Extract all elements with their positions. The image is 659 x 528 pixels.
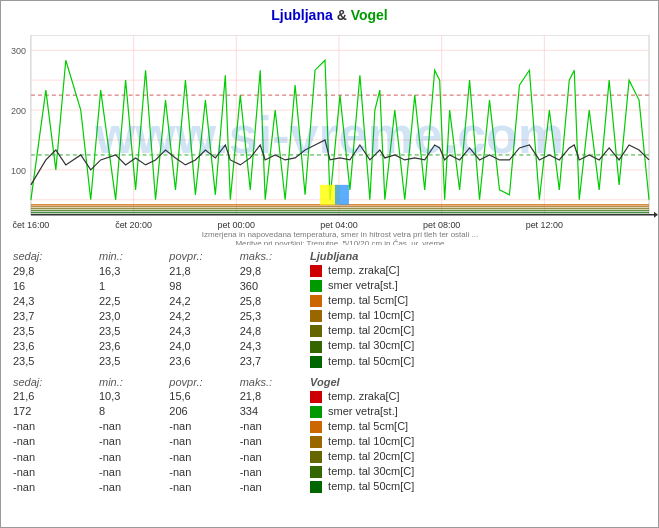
header-sadaj-vo: sedaj: [9, 375, 95, 389]
lj-maks-5: 24,3 [236, 338, 306, 353]
svg-text:pet 12:00: pet 12:00 [526, 220, 563, 230]
chart-title: Ljubljana & Vogel [1, 1, 658, 25]
vo-sadaj-2: -nan [9, 419, 95, 434]
lj-min-2: 22,5 [95, 293, 165, 308]
vo-povpr-2: -nan [165, 419, 235, 434]
ljubljana-table: sedaj: min.: povpr.: maks.: Ljubljana 29… [9, 249, 650, 494]
lj-legend-6: temp. tal 50cm[C] [306, 354, 650, 369]
lj-maks-3: 25,3 [236, 308, 306, 323]
lj-povpr-5: 24,0 [165, 338, 235, 353]
main-container: Ljubljana & Vogel www.si-vreme.com [0, 0, 659, 528]
header-povpr-lj: povpr.: [165, 249, 235, 263]
vo-row-2: -nan -nan -nan -nan temp. tal 5cm[C] [9, 419, 650, 434]
lj-legend-1: smer vetra[st.] [306, 278, 650, 293]
svg-text:pet 04:00: pet 04:00 [320, 220, 357, 230]
svg-text:čet 20:00: čet 20:00 [115, 220, 152, 230]
svg-marker-20 [654, 212, 658, 218]
vo-legend-5: temp. tal 30cm[C] [306, 464, 650, 479]
lj-legend-3: temp. tal 10cm[C] [306, 308, 650, 323]
lj-row-5: 23,6 23,6 24,0 24,3 temp. tal 30cm[C] [9, 338, 650, 353]
vo-min-2: -nan [95, 419, 165, 434]
lj-povpr-0: 21,8 [165, 263, 235, 278]
lj-sadaj-2: 24,3 [9, 293, 95, 308]
vo-min-5: -nan [95, 464, 165, 479]
lj-povpr-4: 24,3 [165, 323, 235, 338]
vo-row-0: 21,6 10,3 15,6 21,8 temp. zraka[C] [9, 389, 650, 404]
title-ljubljana: Ljubljana [271, 7, 332, 23]
vo-maks-5: -nan [236, 464, 306, 479]
lj-maks-2: 25,8 [236, 293, 306, 308]
lj-legend-0: temp. zraka[C] [306, 263, 650, 278]
vo-color-1 [310, 406, 322, 418]
lj-sadaj-1: 16 [9, 278, 95, 293]
lj-min-4: 23,5 [95, 323, 165, 338]
vo-maks-6: -nan [236, 479, 306, 494]
vo-row-5: -nan -nan -nan -nan temp. tal 30cm[C] [9, 464, 650, 479]
vo-min-1: 8 [95, 404, 165, 419]
vo-povpr-3: -nan [165, 434, 235, 449]
lj-povpr-6: 23,6 [165, 354, 235, 369]
lj-legend-5: temp. tal 30cm[C] [306, 338, 650, 353]
vo-maks-4: -nan [236, 449, 306, 464]
vo-min-4: -nan [95, 449, 165, 464]
svg-text:pet 00:00: pet 00:00 [218, 220, 255, 230]
lj-min-3: 23,0 [95, 308, 165, 323]
vo-sadaj-1: 172 [9, 404, 95, 419]
vo-color-4 [310, 451, 322, 463]
lj-row-6: 23,5 23,5 23,6 23,7 temp. tal 50cm[C] [9, 354, 650, 369]
lj-sadaj-0: 29,8 [9, 263, 95, 278]
svg-text:300: 300 [11, 46, 26, 56]
lj-min-6: 23,5 [95, 354, 165, 369]
vo-sadaj-6: -nan [9, 479, 95, 494]
vo-povpr-1: 206 [165, 404, 235, 419]
chart-container: www.si-vreme.com 300 200 [1, 25, 658, 245]
data-section: sedaj: min.: povpr.: maks.: Ljubljana 29… [1, 245, 658, 494]
header-min-vo: min.: [95, 375, 165, 389]
lj-min-5: 23,6 [95, 338, 165, 353]
vo-maks-1: 334 [236, 404, 306, 419]
vo-povpr-0: 15,6 [165, 389, 235, 404]
lj-color-6 [310, 356, 322, 368]
header-legend-lj: Ljubljana [306, 249, 650, 263]
lj-row-0: 29,8 16,3 21,8 29,8 temp. zraka[C] [9, 263, 650, 278]
svg-text:200: 200 [11, 106, 26, 116]
header-min-lj: min.: [95, 249, 165, 263]
svg-text:pet 08:00: pet 08:00 [423, 220, 460, 230]
vo-sadaj-3: -nan [9, 434, 95, 449]
lj-sadaj-3: 23,7 [9, 308, 95, 323]
lj-color-1 [310, 280, 322, 292]
lj-color-0 [310, 265, 322, 277]
vo-color-6 [310, 481, 322, 493]
header-maks-vo: maks.: [236, 375, 306, 389]
chart-svg: 300 200 100 čet 16:00 čet 20:00 pet 00:0… [1, 25, 658, 245]
vo-row-4: -nan -nan -nan -nan temp. tal 20cm[C] [9, 449, 650, 464]
vo-legend-6: temp. tal 50cm[C] [306, 479, 650, 494]
lj-color-3 [310, 310, 322, 322]
lj-maks-0: 29,8 [236, 263, 306, 278]
vo-row-1: 172 8 206 334 smer vetra[st.] [9, 404, 650, 419]
lj-maks-6: 23,7 [236, 354, 306, 369]
vo-legend-1: smer vetra[st.] [306, 404, 650, 419]
vogel-header: sedaj: min.: povpr.: maks.: Vogel [9, 375, 650, 389]
lj-color-2 [310, 295, 322, 307]
vo-min-3: -nan [95, 434, 165, 449]
lj-row-4: 23,5 23,5 24,3 24,8 temp. tal 20cm[C] [9, 323, 650, 338]
vo-povpr-6: -nan [165, 479, 235, 494]
svg-text:čet 16:00: čet 16:00 [12, 220, 49, 230]
lj-row-1: 16 1 98 360 smer vetra[st.] [9, 278, 650, 293]
svg-text:100: 100 [11, 166, 26, 176]
lj-sadaj-4: 23,5 [9, 323, 95, 338]
vo-color-3 [310, 436, 322, 448]
lj-row-3: 23,7 23,0 24,2 25,3 temp. tal 10cm[C] [9, 308, 650, 323]
lj-color-4 [310, 325, 322, 337]
vo-maks-3: -nan [236, 434, 306, 449]
lj-sadaj-6: 23,5 [9, 354, 95, 369]
header-legend-vo: Vogel [306, 375, 650, 389]
header-sadaj-lj: sedaj: [9, 249, 95, 263]
vo-color-5 [310, 466, 322, 478]
lj-povpr-2: 24,2 [165, 293, 235, 308]
vo-povpr-4: -nan [165, 449, 235, 464]
vo-sadaj-4: -nan [9, 449, 95, 464]
lj-maks-4: 24,8 [236, 323, 306, 338]
vo-sadaj-5: -nan [9, 464, 95, 479]
